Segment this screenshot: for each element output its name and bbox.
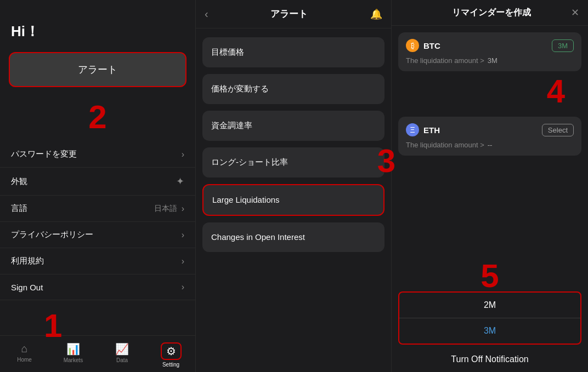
sun-icon: ✦ — [176, 175, 184, 187]
bottom-nav: ⌂ Home 📊 Markets 📈 Data ⚙ Setting — [0, 335, 195, 372]
alert-header-title: アラート — [270, 8, 308, 20]
nav-data-label: Data — [116, 357, 128, 363]
alert-item-target-price[interactable]: 目標価格 — [202, 37, 385, 67]
back-icon[interactable]: ‹ — [205, 8, 208, 20]
alert-button[interactable]: アラート — [9, 52, 186, 87]
alert-item-label: 価格が変動する — [211, 84, 269, 93]
settings-panel: Hi！ アラート 2 パスワードを変更 › 外観 ✦ 言語 日本語 › プライバ… — [0, 0, 196, 372]
step3-number: 3 — [377, 142, 395, 180]
btc-card-top: ₿ BTC 3M — [406, 39, 574, 52]
alert-item-label: 目標価格 — [211, 47, 244, 56]
chevron-right-icon: › — [182, 204, 184, 214]
amount-2m[interactable]: 2M — [399, 293, 580, 318]
alert-item-label: ロング-ショート比率 — [211, 157, 288, 167]
settings-item-password[interactable]: パスワードを変更 › — [0, 141, 195, 168]
turn-off-button[interactable]: Turn Off Notification — [392, 347, 588, 372]
eth-liq-value: -- — [488, 141, 493, 149]
nav-data[interactable]: 📈 Data — [98, 340, 146, 370]
amount-section: 5 2M 3M Turn Off Notification — [392, 262, 588, 372]
settings-item-terms-label: 利用規約 — [11, 256, 44, 266]
settings-item-password-label: パスワードを変更 — [11, 149, 77, 159]
markets-icon: 📊 — [66, 342, 80, 356]
alert-item-price-change[interactable]: 価格が変動する — [202, 74, 385, 104]
alert-item-ls-ratio-wrapper: ロング-ショート比率 3 — [202, 147, 385, 178]
eth-icon: Ξ — [406, 123, 419, 136]
btc-card[interactable]: ₿ BTC 3M The liquidation amount > 3M — [398, 32, 581, 71]
settings-item-signout[interactable]: Sign Out › — [0, 274, 195, 300]
reminder-header: リマインダーを作成 ✕ — [392, 0, 588, 26]
chevron-right-icon: › — [182, 230, 184, 240]
eth-name: ETH — [423, 125, 440, 135]
alert-header: ‹ アラート 🔔 — [196, 0, 391, 28]
alert-item-large-liq[interactable]: Large Liquidations — [202, 184, 385, 216]
settings-item-privacy[interactable]: プライバシーポリシー › — [0, 222, 195, 248]
settings-item-appearance[interactable]: 外観 ✦ — [0, 168, 195, 196]
nav-setting[interactable]: ⚙ Setting — [146, 340, 195, 370]
settings-menu: パスワードを変更 › 外観 ✦ 言語 日本語 › プライバシーポリシー › 利用 — [0, 141, 195, 335]
reminder-panel: リマインダーを作成 ✕ ₿ BTC 3M The liquidation amo… — [392, 0, 588, 372]
settings-item-language[interactable]: 言語 日本語 › — [0, 196, 195, 222]
language-value: 日本語 — [154, 204, 177, 214]
settings-item-signout-label: Sign Out — [11, 283, 43, 292]
nav-markets-label: Markets — [64, 357, 83, 363]
amount-3m[interactable]: 3M — [399, 318, 580, 344]
settings-item-terms[interactable]: 利用規約 › — [0, 248, 195, 274]
alert-item-open-interest[interactable]: Changes in Open Interest — [202, 222, 385, 252]
eth-liq-row: The liquidation amount > -- — [406, 141, 574, 149]
alert-item-label: 資金調達率 — [211, 121, 252, 130]
alert-item-label: Large Liquidations — [212, 195, 280, 204]
amount-options-box: 2M 3M — [398, 291, 581, 345]
close-icon[interactable]: ✕ — [571, 7, 579, 19]
step4-number: 4 — [398, 72, 581, 110]
chevron-right-icon: › — [182, 282, 184, 292]
reminder-body: ₿ BTC 3M The liquidation amount > 3M 4 Ξ… — [392, 26, 588, 262]
alert-item-label: Changes in Open Interest — [211, 232, 305, 242]
setting-icon-box: ⚙ — [161, 342, 182, 360]
btc-liq-text: The liquidation amount > — [406, 56, 484, 65]
alerts-panel: ‹ アラート 🔔 目標価格 価格が変動する 資金調達率 ロング-ショート比率 3… — [196, 0, 392, 372]
alert-list: 目標価格 価格が変動する 資金調達率 ロング-ショート比率 3 Large Li… — [196, 28, 391, 372]
nav-home-label: Home — [17, 357, 32, 363]
eth-card-top: Ξ ETH Select — [406, 123, 574, 136]
btc-badge[interactable]: 3M — [552, 39, 574, 52]
eth-card[interactable]: Ξ ETH Select The liquidation amount > -- — [398, 117, 581, 156]
chevron-right-icon: › — [182, 256, 184, 266]
eth-badge[interactable]: Select — [542, 124, 574, 136]
settings-item-language-label: 言語 — [11, 203, 27, 214]
btc-liq-value: 3M — [488, 56, 497, 65]
btc-liq-row: The liquidation amount > 3M — [406, 56, 574, 65]
eth-info: Ξ ETH — [406, 123, 440, 136]
btc-name: BTC — [423, 41, 440, 50]
nav-markets[interactable]: 📊 Markets — [49, 340, 98, 370]
chevron-right-icon: › — [182, 150, 184, 159]
setting-icon: ⚙ — [166, 345, 176, 357]
nav-setting-label: Setting — [162, 362, 179, 368]
step5-number: 5 — [392, 257, 588, 295]
alert-item-funding-rate[interactable]: 資金調達率 — [202, 111, 385, 141]
step1-number: 1 — [44, 307, 62, 345]
spacer — [398, 162, 581, 256]
alert-button-label: アラート — [20, 63, 176, 76]
btc-info: ₿ BTC — [406, 39, 440, 52]
reminder-title: リマインダーを作成 — [452, 7, 531, 19]
alert-item-ls-ratio[interactable]: ロング-ショート比率 — [202, 147, 385, 178]
data-icon: 📈 — [115, 342, 129, 356]
settings-title: Hi！ — [0, 0, 195, 47]
settings-item-appearance-label: 外観 — [11, 176, 27, 187]
btc-icon: ₿ — [406, 39, 419, 52]
home-icon: ⌂ — [21, 342, 27, 355]
step2-number: 2 — [0, 98, 195, 136]
nav-home[interactable]: ⌂ Home — [0, 340, 49, 370]
bell-icon[interactable]: 🔔 — [370, 8, 382, 20]
eth-liq-text: The liquidation amount > — [406, 141, 484, 149]
settings-item-privacy-label: プライバシーポリシー — [11, 230, 93, 240]
